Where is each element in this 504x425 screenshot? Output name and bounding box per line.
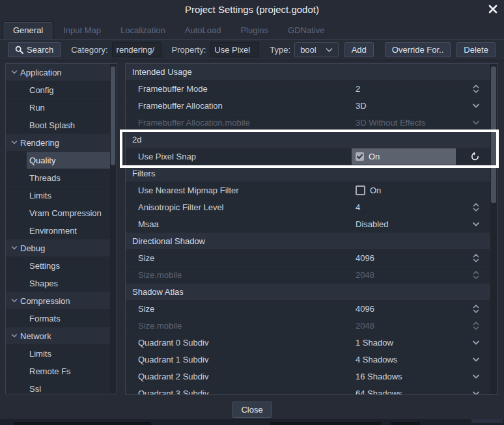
checkbox-unchecked-icon[interactable] bbox=[356, 185, 365, 195]
setting-value[interactable]: 4096 bbox=[352, 301, 374, 317]
sidebar-category-label: Network bbox=[20, 331, 51, 341]
setting-row-use-nearest-mipmap-filter[interactable]: Use Nearest Mipmap FilterOn bbox=[126, 182, 490, 199]
setting-value-area: 4096 bbox=[352, 301, 490, 317]
sidebar-item-label: Config bbox=[27, 81, 110, 98]
sidebar-item-config[interactable]: Config bbox=[6, 81, 110, 99]
sidebar-item-compression[interactable]: Compression bbox=[6, 292, 110, 310]
setting-row-size-mobile[interactable]: Size.mobile2048 bbox=[126, 318, 490, 335]
sidebar-scrollbar-thumb[interactable] bbox=[111, 66, 115, 165]
setting-row-size[interactable]: Size4096 bbox=[126, 301, 490, 318]
setting-row-quadrant-3-subdiv[interactable]: Quadrant 3 Subdiv64 Shadows bbox=[126, 385, 490, 394]
close-icon[interactable] bbox=[487, 3, 499, 15]
setting-row-anisotropic-filter-level[interactable]: Anisotropic Filter Level4 bbox=[126, 199, 490, 216]
checkbox-cell[interactable]: On bbox=[352, 148, 456, 165]
sidebar-item-debug[interactable]: Debug bbox=[6, 240, 110, 257]
sidebar-item-limits[interactable]: Limits bbox=[6, 345, 110, 363]
setting-value-area: 2048 bbox=[352, 267, 490, 283]
sidebar-item-shapes[interactable]: Shapes bbox=[6, 275, 110, 292]
dropdown-chevron-icon[interactable] bbox=[472, 335, 480, 351]
spinner-updown-icon[interactable] bbox=[472, 267, 480, 283]
setting-value[interactable]: 4 Shadows bbox=[352, 351, 397, 368]
setting-value[interactable]: 2048 bbox=[352, 318, 374, 334]
property-input[interactable]: Use Pixel bbox=[210, 42, 259, 57]
spinner-updown-icon[interactable] bbox=[472, 250, 480, 266]
tree-collapse-chevron-icon[interactable] bbox=[11, 333, 18, 338]
search-button[interactable]: Search bbox=[8, 42, 61, 57]
setting-row-quadrant-1-subdiv[interactable]: Quadrant 1 Subdiv4 Shadows bbox=[126, 351, 490, 368]
sidebar-item-quality[interactable]: Quality bbox=[6, 152, 110, 169]
override-for-button[interactable]: Override For.. bbox=[385, 42, 451, 57]
tab-plugins[interactable]: Plugins bbox=[231, 21, 278, 39]
setting-value[interactable]: 2 bbox=[352, 81, 360, 97]
sidebar-item-rendering[interactable]: Rendering bbox=[6, 134, 110, 152]
setting-row-msaa[interactable]: MsaaDisabled bbox=[126, 216, 490, 233]
dropdown-chevron-icon[interactable] bbox=[472, 368, 480, 385]
sidebar-item-environment[interactable]: Environment bbox=[6, 222, 110, 240]
setting-label: Framebuffer Allocation.mobile bbox=[126, 118, 352, 128]
setting-value[interactable]: 4096 bbox=[352, 250, 374, 266]
sidebar-item-label: Formats bbox=[27, 310, 110, 327]
section-header-intended-usage: Intended Usage bbox=[126, 64, 490, 81]
setting-row-framebuffer-mode[interactable]: Framebuffer Mode2 bbox=[126, 81, 490, 98]
sidebar-item-ssl[interactable]: Ssl bbox=[6, 380, 110, 394]
sidebar-item-remote-fs[interactable]: Remote Fs bbox=[6, 363, 110, 380]
setting-value[interactable]: 16 Shadows bbox=[352, 368, 402, 385]
tree-collapse-chevron-icon[interactable] bbox=[11, 70, 18, 75]
setting-value[interactable]: 3D Without Effects bbox=[352, 115, 425, 131]
category-input[interactable]: rendering/ bbox=[112, 42, 161, 57]
tab-bar: GeneralInput MapLocalizationAutoLoadPlug… bbox=[3, 21, 504, 39]
tree-collapse-chevron-icon[interactable] bbox=[11, 245, 18, 251]
setting-value-area: 1 Shadow bbox=[352, 335, 490, 351]
chevron-down-icon bbox=[326, 48, 333, 53]
setting-row-framebuffer-allocation[interactable]: Framebuffer Allocation3D bbox=[126, 98, 490, 115]
setting-value-area: 3D Without Effects bbox=[352, 115, 490, 131]
tab-gdnative[interactable]: GDNative bbox=[278, 21, 334, 39]
spinner-updown-icon[interactable] bbox=[472, 199, 480, 215]
spinner-updown-icon[interactable] bbox=[472, 81, 480, 97]
revert-icon[interactable] bbox=[470, 148, 480, 165]
sidebar-item-formats[interactable]: Formats bbox=[6, 310, 110, 327]
sidebar-item-threads[interactable]: Threads bbox=[6, 169, 110, 187]
section-header-filters: Filters bbox=[126, 165, 490, 182]
dropdown-chevron-icon[interactable] bbox=[472, 98, 480, 114]
setting-row-quadrant-2-subdiv[interactable]: Quadrant 2 Subdiv16 Shadows bbox=[126, 368, 490, 385]
close-button[interactable]: Close bbox=[232, 402, 272, 418]
setting-value[interactable]: 1 Shadow bbox=[352, 335, 393, 351]
checkbox-checked-icon[interactable] bbox=[356, 152, 364, 161]
spinner-updown-icon[interactable] bbox=[472, 301, 480, 317]
spinner-updown-icon[interactable] bbox=[472, 318, 480, 334]
tree-collapse-chevron-icon[interactable] bbox=[11, 140, 18, 145]
sidebar-item-vram-compression[interactable]: Vram Compression bbox=[6, 204, 110, 222]
add-button[interactable]: Add bbox=[344, 42, 374, 57]
setting-value[interactable]: 64 Shadows bbox=[352, 385, 402, 394]
setting-value[interactable]: Disabled bbox=[352, 216, 389, 232]
sidebar-item-run[interactable]: Run bbox=[6, 99, 110, 117]
dropdown-chevron-icon[interactable] bbox=[472, 115, 480, 131]
checkbox-cell[interactable]: On bbox=[352, 182, 381, 199]
setting-row-quadrant-0-subdiv[interactable]: Quadrant 0 Subdiv1 Shadow bbox=[126, 335, 490, 351]
sidebar-item-network[interactable]: Network bbox=[6, 327, 110, 345]
sidebar-item-limits[interactable]: Limits bbox=[6, 187, 110, 204]
dropdown-chevron-icon[interactable] bbox=[472, 385, 480, 394]
settings-scrollbar-thumb[interactable] bbox=[491, 66, 496, 203]
tab-general[interactable]: General bbox=[3, 21, 53, 39]
setting-row-use-pixel-snap[interactable]: Use Pixel SnapOn bbox=[126, 148, 490, 165]
sidebar-item-settings[interactable]: Settings bbox=[6, 257, 110, 275]
setting-value[interactable]: 4 bbox=[352, 199, 360, 215]
setting-row-size-mobile[interactable]: Size.mobile2048 bbox=[126, 267, 490, 284]
dropdown-chevron-icon[interactable] bbox=[472, 351, 480, 368]
tab-autoload[interactable]: AutoLoad bbox=[175, 21, 231, 39]
type-dropdown[interactable]: bool bbox=[294, 42, 339, 57]
dropdown-chevron-icon[interactable] bbox=[472, 216, 480, 232]
sidebar-item-application[interactable]: Application bbox=[6, 64, 110, 81]
sidebar-item-boot-splash[interactable]: Boot Splash bbox=[6, 117, 110, 134]
setting-value[interactable]: 2048 bbox=[352, 267, 374, 283]
delete-button[interactable]: Delete bbox=[456, 42, 496, 57]
sidebar-item-label: Limits bbox=[27, 187, 110, 204]
tab-input-map[interactable]: Input Map bbox=[53, 21, 111, 39]
setting-row-framebuffer-allocation-mobile[interactable]: Framebuffer Allocation.mobile3D Without … bbox=[126, 115, 490, 131]
tab-localization[interactable]: Localization bbox=[111, 21, 175, 39]
setting-row-size[interactable]: Size4096 bbox=[126, 250, 490, 267]
tree-collapse-chevron-icon[interactable] bbox=[11, 298, 18, 303]
setting-value[interactable]: 3D bbox=[352, 98, 367, 114]
